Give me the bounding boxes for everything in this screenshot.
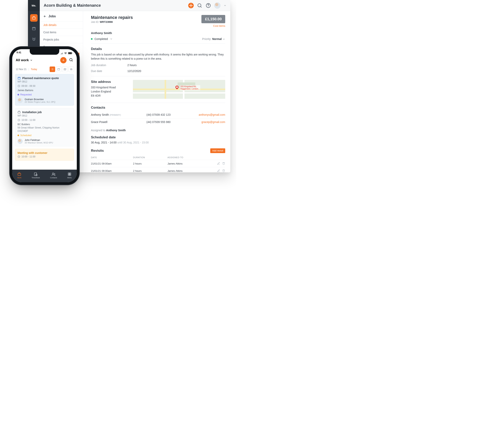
card-title-text: Installation job xyxy=(22,110,42,114)
sched-to: 30 Aug, 2021 - 15:00 xyxy=(123,141,149,144)
clock-icon xyxy=(17,85,20,87)
status-selector[interactable]: Completed xyxy=(91,37,113,40)
cost-items-link[interactable]: Cost items xyxy=(202,24,225,27)
th-assigned: ASSIGNED TO xyxy=(167,156,214,159)
job-card[interactable]: Installation job WF-3912 10:00 - 11:00 B… xyxy=(15,108,74,146)
job-title-block: Maintenance repairs Job ID: WRT23998 xyxy=(91,15,133,24)
nav-projects-jobs[interactable]: Projects jobs xyxy=(40,36,83,43)
rev-assigned: James Atkins xyxy=(167,170,214,172)
tab-menu[interactable]: Menu xyxy=(67,172,72,179)
site-map[interactable]: 333 Kingsland Rd, Haggerston, London... xyxy=(133,80,225,99)
help-icon xyxy=(205,3,211,8)
phone-mock: 9:41 All work 12 Nov 21 | Today xyxy=(12,49,77,182)
search-icon xyxy=(197,3,202,8)
wifi-icon xyxy=(64,52,67,55)
time-text: 10:00 - 11:00 xyxy=(22,119,36,122)
job-card[interactable]: Planned maintenance quote WF-3912 09:00 … xyxy=(15,74,74,106)
view-calendar-button[interactable] xyxy=(56,66,62,72)
briefcase-icon xyxy=(17,110,21,114)
tab-label: Timesheet xyxy=(32,177,40,179)
rev-actions xyxy=(214,169,225,172)
job-card[interactable]: Meeting with customer 10:00 - 11:00 xyxy=(15,149,74,160)
battery-icon xyxy=(68,52,73,54)
th-date: DATE xyxy=(91,156,133,159)
filter-icon xyxy=(70,68,73,71)
phone-search-button[interactable] xyxy=(69,58,73,63)
phone-today-link[interactable]: Today xyxy=(31,68,37,71)
revisits-heading: Revisits xyxy=(91,149,104,153)
due-label: Due date xyxy=(91,70,127,73)
phone-title-selector[interactable]: All work xyxy=(16,58,33,62)
list-icon xyxy=(51,68,54,71)
add-revisit-button[interactable]: Add revisit xyxy=(210,148,225,153)
trash-icon[interactable] xyxy=(222,162,225,165)
back-link[interactable]: Jobs xyxy=(40,14,83,21)
job-price: £1,150.00 xyxy=(202,15,225,23)
priority-selector[interactable]: Priority: Normal xyxy=(202,37,225,40)
briefcase-icon xyxy=(17,172,21,176)
contact-email[interactable]: gracep@gmail.com xyxy=(190,121,225,123)
map-label: 333 Kingsland Rd, Haggerston, London... xyxy=(180,85,200,90)
svg-rect-14 xyxy=(18,111,20,113)
map-label-line: Haggerston, London... xyxy=(180,88,200,90)
calendar-icon xyxy=(32,26,36,31)
duration-value: 2 hours xyxy=(127,63,137,67)
menu-grid-icon xyxy=(67,172,72,176)
sidebar-alarm-button[interactable] xyxy=(30,36,38,43)
details-text: This job is based on what was discussed … xyxy=(91,52,225,61)
site-heading: Site address xyxy=(91,80,127,84)
card-time: 10:00 - 11:00 xyxy=(17,155,72,158)
view-filter-button[interactable] xyxy=(68,66,74,72)
map-label-line: 333 Kingsland Rd, xyxy=(180,85,200,88)
time-text: 10:00 - 11:00 xyxy=(22,155,36,158)
contacts-icon xyxy=(51,172,55,176)
tab-contacts[interactable]: Contacts xyxy=(50,172,57,179)
calendar-icon xyxy=(17,76,21,80)
card-person: John Fieldman 33 Wardour Street, W1D 6PU xyxy=(17,139,72,144)
phone-actions xyxy=(60,57,73,63)
chevron-down-icon[interactable] xyxy=(224,4,227,7)
help-button[interactable] xyxy=(205,3,211,8)
view-list-button[interactable] xyxy=(50,66,55,72)
status-dot-icon xyxy=(17,134,19,136)
trash-icon[interactable] xyxy=(222,169,225,172)
revisits-header: Revisits Add revisit xyxy=(91,148,225,153)
svg-rect-1 xyxy=(33,27,36,30)
due-value: 12/12/2020 xyxy=(127,70,141,73)
phone-add-button[interactable] xyxy=(60,57,66,63)
chevron-down-icon xyxy=(110,37,113,40)
map-pin-icon xyxy=(175,85,179,89)
card-title: Planned maintenance quote xyxy=(17,76,72,80)
card-addr1: 56 Great Allbarr Street, Chipping Norton xyxy=(17,126,72,129)
tab-work[interactable]: Work xyxy=(17,172,22,179)
card-addr2: OX234DF xyxy=(17,130,72,133)
card-time: 10:00 - 11:00 xyxy=(17,119,72,122)
tab-timesheet[interactable]: Timesheet xyxy=(32,172,40,179)
user-avatar[interactable] xyxy=(214,2,221,9)
rev-assigned: James Atkins xyxy=(167,162,214,165)
contact-name: Grace Powell xyxy=(91,121,147,123)
card-ref: WF-3912 xyxy=(17,80,72,83)
rev-duration: 2 hours xyxy=(133,170,167,172)
nav-job-details[interactable]: Job details xyxy=(40,21,83,28)
svg-rect-21 xyxy=(68,173,69,174)
view-map-button[interactable] xyxy=(62,66,68,72)
edit-icon[interactable] xyxy=(217,162,220,165)
phone-title: All work xyxy=(16,58,29,62)
sidebar-calendar-button[interactable] xyxy=(30,25,38,32)
status-text: Requested xyxy=(20,93,32,96)
edit-icon[interactable] xyxy=(217,169,220,172)
kv-duration: Job duration 2 hours xyxy=(91,63,225,67)
briefcase-icon xyxy=(32,16,36,20)
job-id-value: WRT23998 xyxy=(100,21,113,24)
contact-email[interactable]: anthonys@gmail.com xyxy=(190,113,225,116)
time-text: 09:00 - 09:30 xyxy=(22,85,36,87)
card-person: Graham Brownlee 22 Stoke Poges Lane, SL1… xyxy=(17,98,72,103)
rev-date: 21/01/21 09:00am xyxy=(91,162,133,165)
content: Maintenance repairs Job ID: WRT23998 £1,… xyxy=(83,11,230,172)
search-button[interactable] xyxy=(197,3,202,8)
sidebar-jobs-button[interactable] xyxy=(30,14,38,22)
arrow-left-icon xyxy=(43,15,47,18)
nav-cost-items[interactable]: Cost items xyxy=(40,28,83,36)
add-button[interactable] xyxy=(188,3,194,8)
